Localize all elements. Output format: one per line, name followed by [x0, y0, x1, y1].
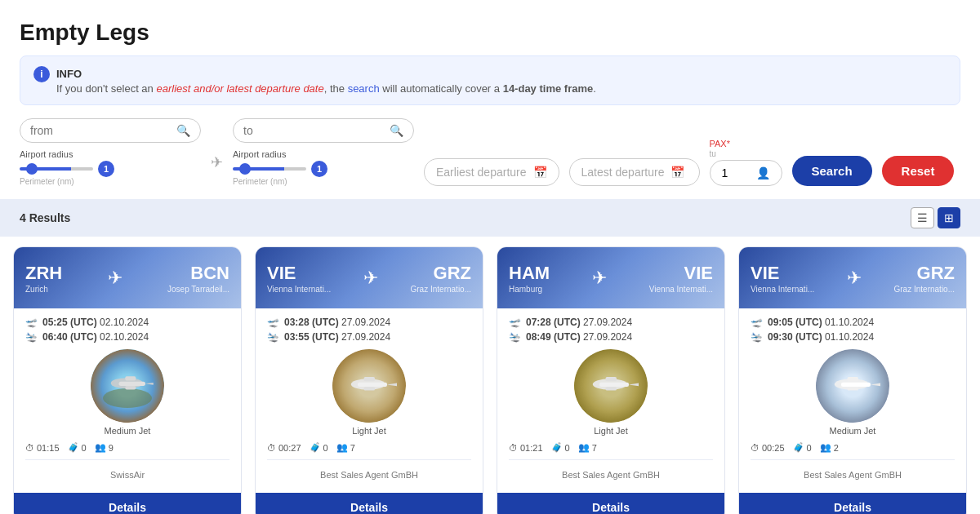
grid-view-button[interactable]: ⊞ [938, 207, 960, 228]
arrival-icon: 🛬 [25, 331, 38, 343]
arrival-row: 🛬 06:40 (UTC) 02.10.2024 [25, 331, 229, 343]
pax-icon: 👥 [336, 442, 348, 453]
agent-name: Best Sales Agent GmBH [509, 467, 713, 485]
info-text: If you don't select an earliest and/or l… [56, 82, 596, 95]
search-bar: 🔍 Airport radius 1 Perimeter (nm) ✈ 🔍 Ai… [0, 118, 980, 199]
bag-icon: 🧳 [793, 442, 804, 453]
pax-icon: 👥 [820, 442, 831, 453]
bag-icon: 🧳 [551, 442, 563, 453]
card-route: ZRH Zurich ✈ BCN Josep Tarradeil... [25, 263, 229, 294]
agent-name: Best Sales Agent GmBH [751, 467, 955, 485]
info-icon: i [33, 66, 50, 82]
svg-rect-17 [606, 377, 617, 381]
pax-icon: 👥 [95, 442, 106, 453]
details-button[interactable]: Details [256, 493, 483, 514]
clock-icon: ⏱ [509, 443, 518, 453]
to-input-wrapper[interactable]: 🔍 [233, 118, 414, 143]
bag-icon: 🧳 [68, 442, 79, 453]
to-info: GRZ Graz Internatio... [894, 263, 955, 294]
pax-value: 7 [350, 443, 355, 453]
details-button[interactable]: Details [739, 493, 966, 514]
departure-row: 🛫 07:28 (UTC) 27.09.2024 [509, 317, 713, 328]
pax-label: PAX* tu [710, 139, 782, 158]
svg-rect-9 [358, 383, 387, 387]
to-name: Vienna Internati... [649, 285, 713, 294]
pax-icon: 👥 [578, 442, 590, 453]
aircraft-image-wrap: Light Jet [509, 349, 713, 436]
to-code: VIE [649, 263, 713, 284]
dep-time: 07:28 (UTC) 27.09.2024 [526, 317, 632, 328]
svg-rect-12 [364, 387, 376, 391]
reset-button[interactable]: Reset [882, 156, 955, 186]
duration-stat: ⏱ 01:15 [25, 443, 60, 453]
svg-rect-3 [119, 382, 146, 386]
details-button[interactable]: Details [497, 493, 724, 514]
departure-row: 🛫 03:28 (UTC) 27.09.2024 [267, 317, 471, 328]
from-search-icon[interactable]: 🔍 [176, 124, 190, 137]
route-arrow-icon: ✈ [211, 153, 223, 186]
to-info: VIE Vienna Internati... [649, 263, 713, 294]
dep-time: 09:05 (UTC) 01.10.2024 [768, 317, 874, 328]
from-name: Zurich [25, 285, 62, 294]
from-radius-label: Airport radius [20, 149, 73, 159]
from-info: VIE Vienna Internati... [751, 263, 814, 294]
from-info: VIE Vienna Internati... [267, 263, 331, 294]
to-field-group: 🔍 Airport radius 1 Perimeter (nm) [233, 118, 414, 186]
earliest-departure-field[interactable]: Earliest departure 📅 [424, 158, 559, 186]
departure-row: 🛫 09:05 (UTC) 01.10.2024 [751, 317, 955, 328]
bags-stat: 🧳 0 [793, 442, 812, 453]
to-radius-label: Airport radius [233, 149, 286, 159]
pax-stat: 👥 7 [336, 442, 355, 453]
flight-card: VIE Vienna Internati... ✈ GRZ Graz Inter… [255, 246, 483, 514]
details-button[interactable]: Details [14, 493, 241, 514]
flight-plane-icon: ✈ [847, 268, 862, 289]
departure-icon: 🛫 [25, 317, 38, 328]
pax-person-icon: 👤 [756, 166, 770, 179]
pax-group: PAX* tu 👤 [710, 139, 782, 186]
from-field-group: 🔍 Airport radius 1 Perimeter (nm) [20, 118, 201, 186]
pax-input[interactable] [722, 166, 751, 179]
aircraft-label: Light Jet [352, 426, 386, 436]
card-divider [267, 459, 471, 460]
card-divider [509, 459, 713, 460]
pax-input-wrapper[interactable]: 👤 [710, 160, 782, 186]
departure-icon: 🛫 [509, 317, 521, 328]
to-code: BCN [167, 263, 229, 284]
card-header: ZRH Zurich ✈ BCN Josep Tarradeil... [14, 247, 241, 308]
to-name: Graz Internatio... [411, 285, 471, 294]
to-radius-badge: 1 [311, 161, 327, 177]
aircraft-label: Light Jet [594, 426, 628, 436]
from-radius-badge: 1 [98, 161, 114, 177]
latest-departure-field[interactable]: Latest departure 📅 [569, 158, 700, 186]
from-input-wrapper[interactable]: 🔍 [20, 118, 201, 143]
aircraft-image-wrap: Medium Jet [751, 349, 955, 436]
svg-rect-5 [125, 376, 136, 380]
duration-value: 00:27 [278, 443, 301, 453]
card-route: HAM Hamburg ✈ VIE Vienna Internati... [509, 263, 713, 294]
from-input[interactable] [30, 124, 173, 137]
bags-value: 0 [807, 443, 812, 453]
to-radius-slider[interactable] [233, 167, 306, 171]
to-search-icon[interactable]: 🔍 [390, 124, 403, 137]
svg-rect-15 [599, 383, 629, 387]
flight-card: VIE Vienna Internati... ✈ GRZ Graz Inter… [738, 246, 967, 514]
from-radius-slider[interactable] [20, 167, 93, 171]
earliest-departure-label: Earliest departure [436, 166, 527, 179]
from-code: HAM [509, 263, 550, 284]
list-view-button[interactable]: ☰ [911, 207, 934, 228]
duration-stat: ⏱ 00:25 [751, 443, 785, 453]
bags-stat: 🧳 0 [68, 442, 87, 453]
arr-time: 03:55 (UTC) 27.09.2024 [284, 331, 390, 343]
bags-stat: 🧳 0 [551, 442, 570, 453]
search-button[interactable]: Search [792, 156, 872, 186]
info-blue: search [348, 82, 380, 95]
to-input[interactable] [243, 124, 386, 137]
card-header: VIE Vienna Internati... ✈ GRZ Graz Inter… [739, 247, 966, 308]
duration-value: 00:25 [762, 443, 785, 453]
clock-icon: ⏱ [751, 443, 760, 453]
stats-row: ⏱ 00:25 🧳 0 👥 2 [751, 442, 955, 453]
bag-icon: 🧳 [310, 442, 321, 453]
bags-stat: 🧳 0 [310, 442, 328, 453]
pax-value: 2 [834, 443, 839, 453]
card-header: HAM Hamburg ✈ VIE Vienna Internati... [497, 247, 724, 308]
